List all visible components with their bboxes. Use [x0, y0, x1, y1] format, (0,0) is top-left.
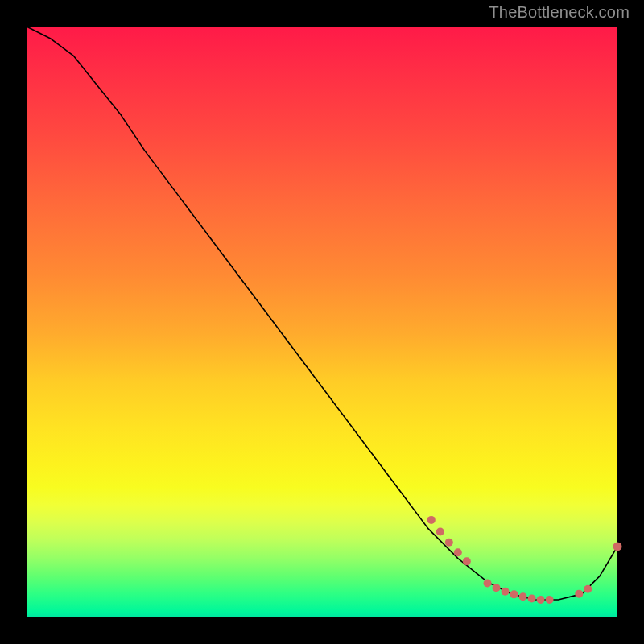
watermark-text: TheBottleneck.com [489, 3, 630, 22]
data-point-lower-cluster [519, 592, 527, 601]
data-point-lower-cluster [537, 596, 545, 604]
data-point-lower-cluster [484, 579, 492, 587]
data-point-tail-cluster [575, 590, 583, 598]
data-point-end-point [613, 542, 622, 551]
data-point-upper-cluster [463, 557, 471, 565]
data-point-upper-cluster [454, 548, 462, 556]
data-point-lower-cluster [546, 596, 554, 604]
data-point-upper-cluster [427, 516, 436, 524]
data-markers [427, 516, 622, 604]
data-point-lower-cluster [528, 595, 536, 603]
data-point-lower-cluster [493, 584, 501, 592]
data-point-upper-cluster [445, 539, 453, 547]
bottleneck-curve [27, 27, 617, 600]
data-point-lower-cluster [502, 588, 510, 596]
data-point-upper-cluster [436, 528, 444, 536]
chart-svg [27, 27, 617, 617]
data-point-lower-cluster [510, 590, 518, 598]
chart-container: TheBottleneck.com [0, 0, 644, 644]
data-point-tail-cluster [584, 585, 592, 593]
